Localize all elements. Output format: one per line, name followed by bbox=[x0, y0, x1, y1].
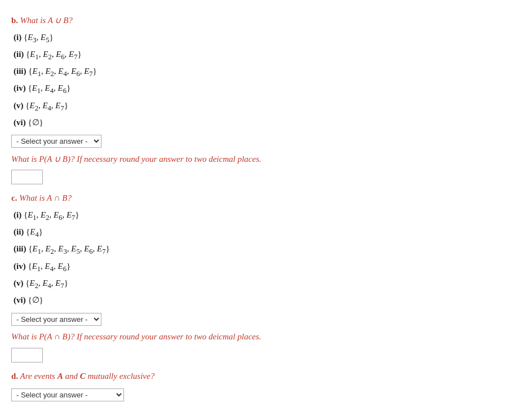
option-c-iv: (iv) {E1, E4, E6} bbox=[14, 259, 520, 275]
section-c-select[interactable]: - Select your answer - (i) (ii) (iii) (i… bbox=[11, 313, 101, 326]
section-d-label: d. bbox=[11, 372, 18, 381]
option-b-v: (v) {E2, E4, E7} bbox=[14, 99, 520, 114]
section-d-header: d. Are events A and C mutually exclusive… bbox=[11, 369, 520, 384]
section-b-header: b. What is A ∪ B? bbox=[11, 14, 520, 28]
section-d-select[interactable]: - Select your answer - Yes No bbox=[11, 388, 124, 401]
section-b-prob-input[interactable] bbox=[11, 170, 43, 184]
section-c-label: c. bbox=[11, 193, 17, 202]
section-b-select-row: - Select your answer - (i) (ii) (iii) (i… bbox=[11, 134, 520, 149]
section-c-prob-input[interactable] bbox=[11, 348, 43, 362]
option-b-ii: (ii) {E1, E2, E6, E7} bbox=[14, 47, 520, 63]
option-c-ii: (ii) {E4} bbox=[14, 225, 520, 241]
option-b-i: (i) {E3, E5} bbox=[14, 30, 520, 46]
section-d: d. Are events A and C mutually exclusive… bbox=[11, 369, 520, 403]
section-c-select-row: - Select your answer - (i) (ii) (iii) (i… bbox=[11, 312, 520, 327]
option-b-vi: (vi) {∅} bbox=[14, 116, 520, 130]
option-b-iv: (iv) {E1, E4, E6} bbox=[14, 81, 520, 97]
option-c-v: (v) {E2, E4, E7} bbox=[14, 276, 520, 292]
section-c: c. What is A ∩ B? (i) {E1, E2, E6, E7} (… bbox=[11, 191, 520, 362]
option-c-vi: (vi) {∅} bbox=[14, 293, 520, 308]
section-c-prob-label: What is P(A ∩ B)? If necessary round you… bbox=[11, 330, 520, 344]
section-b-prob-label: What is P(A ∪ B)? If necessary round you… bbox=[11, 152, 520, 167]
section-c-header: c. What is A ∩ B? bbox=[11, 191, 520, 206]
option-b-iii: (iii) {E1, E2, E4, E6, E7} bbox=[14, 64, 520, 80]
section-b-select[interactable]: - Select your answer - (i) (ii) (iii) (i… bbox=[11, 135, 101, 148]
section-b: b. What is A ∪ B? (i) {E3, E5} (ii) {E1,… bbox=[11, 14, 520, 184]
section-d-select-row: - Select your answer - Yes No bbox=[11, 388, 520, 403]
section-b-label: b. bbox=[11, 16, 18, 25]
option-c-i: (i) {E1, E2, E6, E7} bbox=[14, 208, 520, 224]
option-c-iii: (iii) {E1, E2, E3, E5, E6, E7} bbox=[14, 242, 520, 258]
